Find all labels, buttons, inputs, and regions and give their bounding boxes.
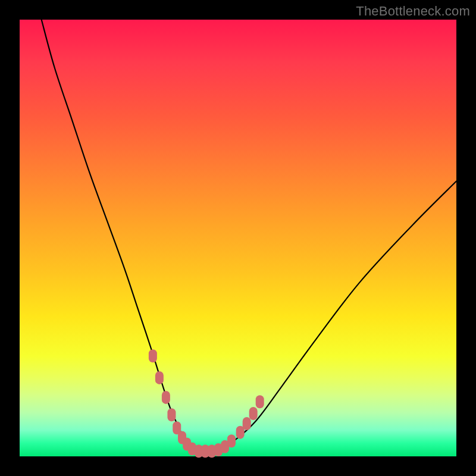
chart-svg [20, 20, 456, 456]
curve-marker [149, 349, 157, 362]
curve-marker [227, 434, 236, 447]
curve-marker [162, 391, 170, 404]
curve-marker [249, 407, 258, 420]
watermark-text: TheBottleneck.com [356, 4, 470, 19]
curve-marker [167, 408, 176, 421]
curve-marker [155, 371, 164, 384]
bottleneck-curve [42, 20, 456, 452]
curve-marker [243, 417, 251, 430]
curve-markers [149, 349, 264, 458]
chart-root: TheBottleneck.com [0, 0, 476, 476]
plot-area [20, 20, 456, 456]
curve-marker [256, 395, 264, 408]
